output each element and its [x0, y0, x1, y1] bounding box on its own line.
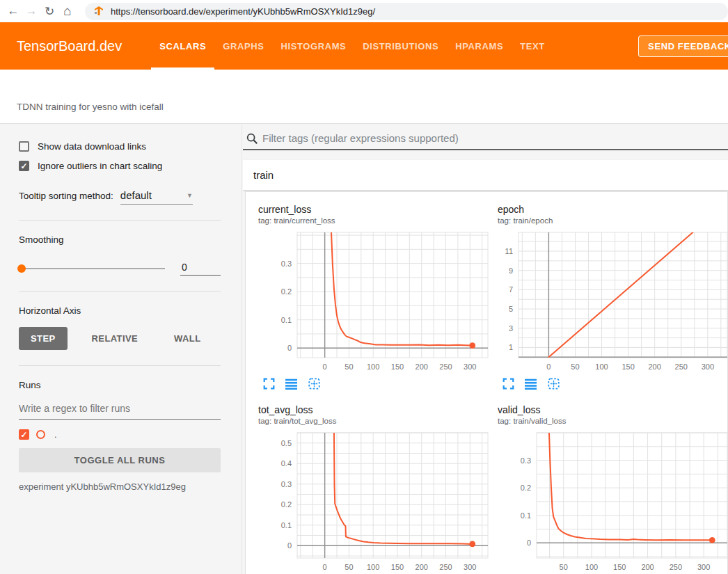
tab-distributions[interactable]: DISTRIBUTIONS — [354, 22, 447, 70]
sidebar-divider — [19, 365, 221, 366]
expand-chart-button[interactable] — [263, 378, 275, 390]
tab-scalars[interactable]: SCALARS — [151, 22, 214, 70]
chart-toolbar — [263, 378, 491, 390]
svg-text:250: 250 — [675, 362, 688, 371]
smoothing-slider-thumb[interactable] — [17, 264, 26, 273]
chart-tag: tag: train/tot_avg_loss — [258, 417, 491, 425]
smoothing-slider[interactable] — [19, 268, 165, 269]
svg-text:0.3: 0.3 — [281, 480, 292, 488]
svg-text:11: 11 — [505, 247, 513, 255]
fit-domain-icon — [547, 381, 560, 392]
tensorboard-favicon — [93, 6, 104, 17]
svg-text:7: 7 — [509, 285, 513, 294]
tooltip-sorting-label: Tooltip sorting method: — [19, 191, 113, 201]
experiment-id-label: experiment yKUbhb5wRmOSXYkId1z9eg — [19, 481, 221, 492]
svg-text:300: 300 — [464, 362, 476, 371]
horizontal-axis-buttons: STEPRELATIVEWALL — [19, 327, 221, 350]
svg-text:0: 0 — [527, 539, 531, 547]
axis-mode-step-button[interactable]: STEP — [19, 327, 68, 350]
svg-text:0.1: 0.1 — [281, 316, 292, 324]
svg-text:0: 0 — [546, 362, 551, 371]
show-download-links-row[interactable]: Show data download links — [19, 141, 221, 152]
chart-toolbar — [503, 378, 728, 390]
smoothing-value-input[interactable] — [180, 262, 221, 276]
axis-mode-relative-button[interactable]: RELATIVE — [80, 327, 150, 350]
tab-histograms[interactable]: HISTOGRAMS — [272, 22, 354, 70]
svg-text:50: 50 — [345, 362, 353, 371]
run-row[interactable]: ✓ . — [19, 429, 221, 440]
svg-text:250: 250 — [439, 563, 452, 571]
svg-text:1: 1 — [509, 343, 513, 351]
svg-text:300: 300 — [464, 563, 476, 571]
chart-plot-epoch[interactable]: 0501001502002503001357911 — [493, 229, 728, 372]
chart-title: valid_loss — [498, 404, 728, 415]
chart-tag: tag: train/epoch — [498, 216, 728, 225]
chart-card-tot_avg_loss: tot_avg_losstag: train/tot_avg_loss05010… — [254, 404, 491, 574]
svg-text:300: 300 — [702, 362, 714, 371]
sidebar-divider — [19, 220, 221, 221]
toggle-all-runs-button[interactable]: TOGGLE ALL RUNS — [19, 448, 221, 472]
chart-title: tot_avg_loss — [258, 404, 491, 415]
svg-text:300: 300 — [697, 563, 710, 571]
svg-text:200: 200 — [416, 362, 428, 371]
chart-tag: tag: train/valid_loss — [498, 417, 728, 425]
fit-domain-button[interactable] — [308, 378, 321, 390]
app-header: TensorBoard.dev SCALARSGRAPHSHISTOGRAMSD… — [0, 22, 728, 70]
tab-hparams[interactable]: HPARAMS — [447, 22, 512, 70]
run-name: . — [54, 429, 57, 440]
svg-text:3: 3 — [509, 324, 513, 333]
tag-group-header-train[interactable]: train — [243, 160, 728, 190]
svg-text:150: 150 — [391, 362, 404, 371]
charts-grid: current_losstag: train/current_loss05010… — [254, 204, 727, 574]
header-tabs: SCALARSGRAPHSHISTOGRAMSDISTRIBUTIONSHPAR… — [151, 22, 553, 70]
back-button[interactable]: ← — [4, 4, 22, 18]
svg-text:200: 200 — [649, 362, 661, 371]
ignore-outliers-row[interactable]: ✓ Ignore outliers in chart scaling — [19, 161, 221, 171]
tooltip-sorting-value: default — [120, 189, 152, 201]
main-content: train current_losstag: train/current_los… — [243, 125, 728, 574]
toggle-log-scale-button[interactable] — [525, 378, 537, 390]
chart-plot-tot_avg_loss[interactable]: 05010015020025030000.10.20.30.40.5 — [254, 429, 491, 573]
chart-plot-current_loss[interactable]: 05010015020025030000.10.20.3 — [254, 229, 491, 372]
toggle-log-scale-button[interactable] — [285, 378, 297, 390]
run-checkbox[interactable]: ✓ — [19, 429, 29, 440]
svg-text:5: 5 — [509, 305, 513, 313]
tag-filter-input[interactable] — [262, 132, 728, 144]
chart-card-valid_loss: valid_losstag: train/valid_loss501001502… — [493, 404, 728, 574]
chart-card-current_loss: current_losstag: train/current_loss05010… — [254, 204, 491, 390]
axis-mode-wall-button[interactable]: WALL — [162, 327, 212, 350]
show-download-links-checkbox[interactable] — [19, 141, 29, 152]
svg-text:100: 100 — [367, 362, 379, 371]
address-bar[interactable]: https://tensorboard.dev/experiment/yKUbh… — [85, 3, 728, 20]
chart-plot-valid_loss[interactable]: 5010015020025030000.10.20.3 — [493, 429, 728, 573]
experiment-subtitle: TDNN training for yesno with icefall — [17, 102, 164, 112]
svg-text:0.5: 0.5 — [281, 439, 292, 447]
horizontal-axis-label: Horizontal Axis — [19, 305, 221, 316]
svg-text:200: 200 — [416, 563, 428, 571]
svg-text:250: 250 — [439, 362, 452, 371]
svg-text:0: 0 — [287, 344, 292, 352]
settings-sidebar: Show data download links ✓ Ignore outlie… — [0, 125, 242, 574]
svg-text:0.2: 0.2 — [521, 484, 531, 492]
tab-graphs[interactable]: GRAPHS — [214, 22, 272, 70]
fit-domain-button[interactable] — [547, 378, 560, 390]
experiment-title-band: TDNN training for yesno with icefall — [0, 70, 728, 124]
sidebar-divider — [19, 291, 221, 292]
svg-text:50: 50 — [571, 362, 579, 371]
url-text: https://tensorboard.dev/experiment/yKUbh… — [111, 6, 375, 17]
svg-text:0.1: 0.1 — [281, 521, 292, 529]
ignore-outliers-checkbox[interactable]: ✓ — [19, 161, 29, 171]
log-scale-icon — [285, 381, 297, 392]
send-feedback-button[interactable]: SEND FEEDBACK — [638, 35, 728, 57]
home-button[interactable]: ⌂ — [58, 3, 77, 19]
ignore-outliers-label: Ignore outliers in chart scaling — [38, 161, 162, 171]
chevron-down-icon: ▼ — [187, 192, 193, 199]
expand-chart-button[interactable] — [503, 378, 514, 390]
tooltip-sorting-dropdown[interactable]: default ▼ — [120, 189, 193, 205]
forward-button[interactable]: → — [22, 4, 40, 18]
svg-text:50: 50 — [345, 563, 353, 571]
reload-button[interactable]: ↻ — [40, 4, 58, 19]
runs-regex-input[interactable] — [19, 399, 221, 420]
tab-text[interactable]: TEXT — [512, 22, 553, 70]
smoothing-label: Smoothing — [19, 234, 221, 245]
